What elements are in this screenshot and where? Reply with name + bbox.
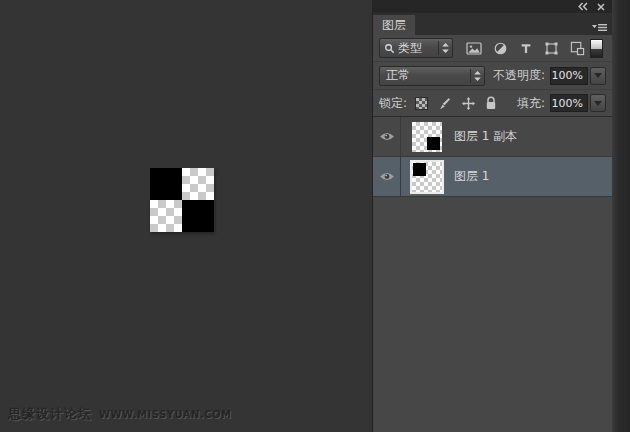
- artwork-quadrant-transparent-bl: [150, 200, 182, 232]
- fill-value-field[interactable]: 100%: [550, 94, 588, 112]
- layer-name[interactable]: 图层 1 副本: [454, 128, 517, 145]
- collapse-panels-icon[interactable]: [578, 2, 588, 11]
- lock-bar: 锁定: 填充: 100%: [373, 90, 612, 117]
- panel-menu-icon[interactable]: [592, 18, 607, 37]
- artwork-quadrant-black-tl: [150, 168, 182, 200]
- blend-mode-value: 正常: [386, 67, 410, 84]
- updown-arrows-icon: [441, 42, 450, 54]
- fill-dropdown-button[interactable]: [590, 94, 606, 112]
- panel-tabstrip: 图层: [373, 13, 612, 35]
- lock-image-pixels-brush-icon[interactable]: [437, 96, 452, 111]
- artwork-quadrant-black-br: [182, 200, 214, 232]
- artwork-quadrant-transparent-tr: [182, 168, 214, 200]
- smart-object-filter-icon[interactable]: [570, 41, 585, 56]
- chevron-down-icon: [594, 101, 602, 106]
- fill-label: 填充:: [517, 95, 545, 112]
- filter-type-buttons: [466, 41, 585, 56]
- chevron-down-icon: [594, 73, 602, 78]
- blend-mode-dropdown[interactable]: 正常: [379, 66, 485, 86]
- shape-layer-filter-icon[interactable]: [544, 41, 559, 56]
- layers-list: 图层 1 副本 图层 1: [373, 117, 612, 432]
- lock-label: 锁定:: [379, 95, 407, 112]
- layer-thumbnail[interactable]: [409, 159, 445, 195]
- layers-panel: 图层 类型: [372, 0, 612, 432]
- layer-row-layer1-copy[interactable]: 图层 1 副本: [373, 117, 612, 157]
- tab-layers[interactable]: 图层: [373, 15, 415, 35]
- panel-dock-edge: [612, 0, 630, 432]
- opacity-value-field[interactable]: 100%: [550, 67, 588, 85]
- opacity-label: 不透明度:: [493, 67, 545, 84]
- artwork-image[interactable]: [150, 168, 214, 232]
- eye-icon: [379, 131, 395, 142]
- lock-transparent-pixels-icon[interactable]: [415, 97, 428, 110]
- pixel-layer-filter-icon[interactable]: [466, 41, 482, 56]
- layer-row-layer1[interactable]: 图层 1: [373, 157, 612, 197]
- search-icon: [384, 43, 395, 54]
- thumbnail-black-square: [427, 137, 440, 150]
- thumbnail-black-square: [413, 163, 426, 176]
- filter-kind-dropdown[interactable]: 类型: [379, 38, 453, 58]
- lock-position-move-icon[interactable]: [461, 96, 476, 111]
- visibility-toggle[interactable]: [373, 157, 401, 196]
- close-icon[interactable]: [597, 3, 605, 11]
- visibility-toggle[interactable]: [373, 117, 401, 156]
- filter-kind-label: 类型: [398, 40, 422, 57]
- panel-group-titlebar: [373, 0, 612, 13]
- filter-bar: 类型: [373, 35, 612, 62]
- lock-buttons: [415, 96, 497, 111]
- toggle-knob: [591, 40, 602, 49]
- opacity-dropdown-button[interactable]: [590, 67, 606, 85]
- layer-thumbnail[interactable]: [409, 119, 445, 155]
- layers-list-empty-area[interactable]: [373, 197, 612, 432]
- eye-icon: [379, 171, 395, 182]
- type-layer-filter-icon[interactable]: [519, 41, 533, 56]
- updown-arrows-icon: [473, 70, 482, 82]
- layer-filtering-toggle[interactable]: [590, 39, 603, 58]
- adjustment-layer-filter-icon[interactable]: [493, 41, 508, 56]
- blend-bar: 正常 不透明度: 100%: [373, 62, 612, 90]
- layer-name[interactable]: 图层 1: [454, 168, 489, 185]
- watermark-site-name: 思缘设计论坛: [8, 405, 92, 423]
- lock-all-padlock-icon[interactable]: [485, 96, 497, 110]
- watermark-site-url: WWW.MISSYUAN.COM: [99, 409, 231, 420]
- watermark: 思缘设计论坛 WWW.MISSYUAN.COM: [8, 405, 231, 423]
